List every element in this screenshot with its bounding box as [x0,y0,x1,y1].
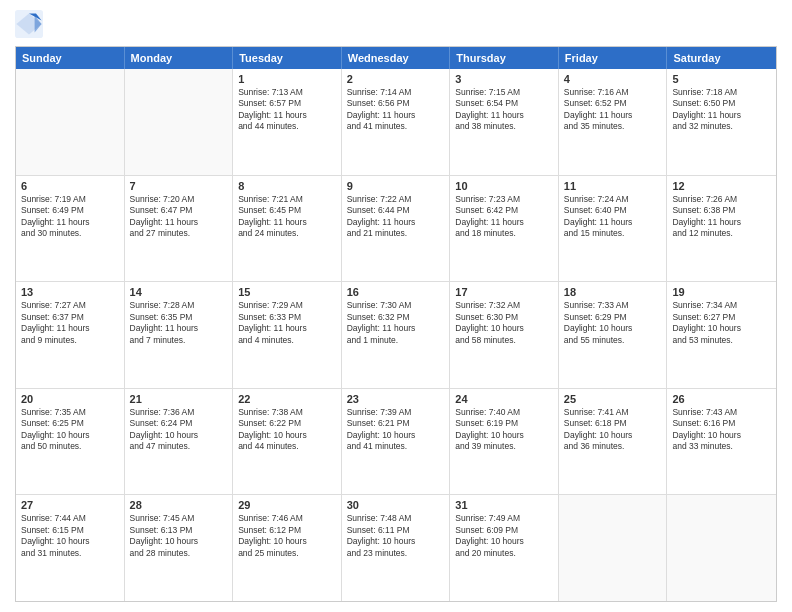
day-cell-31: 31Sunrise: 7:49 AMSunset: 6:09 PMDayligh… [450,495,559,601]
cell-info-line: and 58 minutes. [455,335,553,346]
cell-info-line: Sunset: 6:13 PM [130,525,228,536]
cell-info-line: Daylight: 10 hours [238,430,336,441]
cell-info-line: Sunset: 6:12 PM [238,525,336,536]
cell-info-line: Sunset: 6:40 PM [564,205,662,216]
cell-info-line: Sunset: 6:35 PM [130,312,228,323]
cell-info-line: and 23 minutes. [347,548,445,559]
cell-info-line: and 31 minutes. [21,548,119,559]
day-cell-4: 4Sunrise: 7:16 AMSunset: 6:52 PMDaylight… [559,69,668,175]
day-cell-8: 8Sunrise: 7:21 AMSunset: 6:45 PMDaylight… [233,176,342,282]
cell-info-line: Daylight: 10 hours [672,323,771,334]
day-number: 18 [564,286,662,298]
cell-info-line: Daylight: 11 hours [347,323,445,334]
day-cell-13: 13Sunrise: 7:27 AMSunset: 6:37 PMDayligh… [16,282,125,388]
day-cell-21: 21Sunrise: 7:36 AMSunset: 6:24 PMDayligh… [125,389,234,495]
day-cell-19: 19Sunrise: 7:34 AMSunset: 6:27 PMDayligh… [667,282,776,388]
cell-info-line: and 50 minutes. [21,441,119,452]
cell-info-line: and 27 minutes. [130,228,228,239]
day-number: 30 [347,499,445,511]
day-number: 20 [21,393,119,405]
day-cell-28: 28Sunrise: 7:45 AMSunset: 6:13 PMDayligh… [125,495,234,601]
day-number: 6 [21,180,119,192]
cell-info-line: Daylight: 11 hours [21,323,119,334]
header-day-tuesday: Tuesday [233,47,342,69]
day-cell-29: 29Sunrise: 7:46 AMSunset: 6:12 PMDayligh… [233,495,342,601]
cell-info-line: Sunset: 6:21 PM [347,418,445,429]
cell-info-line: Sunrise: 7:21 AM [238,194,336,205]
logo [15,10,47,38]
day-number: 3 [455,73,553,85]
cell-info-line: and 44 minutes. [238,121,336,132]
cell-info-line: Sunrise: 7:28 AM [130,300,228,311]
cell-info-line: Sunrise: 7:43 AM [672,407,771,418]
day-cell-23: 23Sunrise: 7:39 AMSunset: 6:21 PMDayligh… [342,389,451,495]
cell-info-line: Daylight: 10 hours [455,536,553,547]
cell-info-line: Sunset: 6:29 PM [564,312,662,323]
header-day-saturday: Saturday [667,47,776,69]
cell-info-line: Sunrise: 7:48 AM [347,513,445,524]
cell-info-line: Daylight: 10 hours [564,323,662,334]
cell-info-line: Sunrise: 7:34 AM [672,300,771,311]
cell-info-line: and 20 minutes. [455,548,553,559]
cell-info-line: Daylight: 11 hours [238,217,336,228]
day-number: 21 [130,393,228,405]
day-number: 23 [347,393,445,405]
cell-info-line: Sunrise: 7:46 AM [238,513,336,524]
day-number: 29 [238,499,336,511]
cell-info-line: and 30 minutes. [21,228,119,239]
cell-info-line: Daylight: 10 hours [347,430,445,441]
cell-info-line: Daylight: 10 hours [130,430,228,441]
cell-info-line: and 38 minutes. [455,121,553,132]
cell-info-line: Daylight: 10 hours [130,536,228,547]
cell-info-line: Daylight: 11 hours [455,110,553,121]
day-number: 25 [564,393,662,405]
header-day-thursday: Thursday [450,47,559,69]
cell-info-line: Sunrise: 7:13 AM [238,87,336,98]
cell-info-line: Sunset: 6:38 PM [672,205,771,216]
cell-info-line: and 1 minute. [347,335,445,346]
cell-info-line: Sunrise: 7:36 AM [130,407,228,418]
cell-info-line: and 21 minutes. [347,228,445,239]
day-cell-12: 12Sunrise: 7:26 AMSunset: 6:38 PMDayligh… [667,176,776,282]
day-cell-26: 26Sunrise: 7:43 AMSunset: 6:16 PMDayligh… [667,389,776,495]
day-cell-10: 10Sunrise: 7:23 AMSunset: 6:42 PMDayligh… [450,176,559,282]
cell-info-line: and 15 minutes. [564,228,662,239]
cell-info-line: Sunset: 6:24 PM [130,418,228,429]
cell-info-line: and 32 minutes. [672,121,771,132]
cell-info-line: Sunset: 6:27 PM [672,312,771,323]
cell-info-line: Sunrise: 7:15 AM [455,87,553,98]
day-cell-18: 18Sunrise: 7:33 AMSunset: 6:29 PMDayligh… [559,282,668,388]
day-cell-1: 1Sunrise: 7:13 AMSunset: 6:57 PMDaylight… [233,69,342,175]
cell-info-line: Daylight: 11 hours [238,323,336,334]
logo-icon [15,10,43,38]
day-cell-11: 11Sunrise: 7:24 AMSunset: 6:40 PMDayligh… [559,176,668,282]
cell-info-line: Sunrise: 7:20 AM [130,194,228,205]
cell-info-line: Sunrise: 7:29 AM [238,300,336,311]
cell-info-line: Sunrise: 7:32 AM [455,300,553,311]
cell-info-line: Sunrise: 7:41 AM [564,407,662,418]
cell-info-line: Daylight: 10 hours [564,430,662,441]
day-cell-5: 5Sunrise: 7:18 AMSunset: 6:50 PMDaylight… [667,69,776,175]
cell-info-line: and 47 minutes. [130,441,228,452]
day-number: 7 [130,180,228,192]
cell-info-line: and 39 minutes. [455,441,553,452]
cell-info-line: Sunrise: 7:14 AM [347,87,445,98]
cell-info-line: Sunrise: 7:26 AM [672,194,771,205]
calendar: SundayMondayTuesdayWednesdayThursdayFrid… [15,46,777,602]
day-cell-20: 20Sunrise: 7:35 AMSunset: 6:25 PMDayligh… [16,389,125,495]
cell-info-line: and 35 minutes. [564,121,662,132]
day-cell-30: 30Sunrise: 7:48 AMSunset: 6:11 PMDayligh… [342,495,451,601]
cell-info-line: Sunset: 6:25 PM [21,418,119,429]
cell-info-line: and 12 minutes. [672,228,771,239]
cell-info-line: and 36 minutes. [564,441,662,452]
cell-info-line: Sunset: 6:09 PM [455,525,553,536]
cell-info-line: Sunrise: 7:39 AM [347,407,445,418]
day-number: 15 [238,286,336,298]
cell-info-line: Sunset: 6:15 PM [21,525,119,536]
cell-info-line: Sunset: 6:16 PM [672,418,771,429]
calendar-body: 1Sunrise: 7:13 AMSunset: 6:57 PMDaylight… [16,69,776,601]
cell-info-line: Daylight: 11 hours [347,110,445,121]
cell-info-line: Sunset: 6:32 PM [347,312,445,323]
day-cell-9: 9Sunrise: 7:22 AMSunset: 6:44 PMDaylight… [342,176,451,282]
empty-cell [125,69,234,175]
